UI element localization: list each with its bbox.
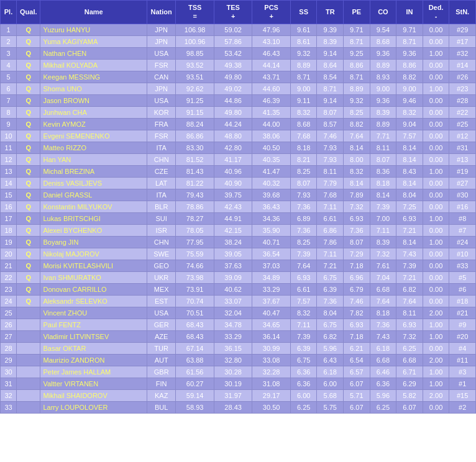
cell-pl: 29 (1, 354, 17, 366)
cell-stn: #24 (449, 236, 476, 248)
skater-name-link[interactable]: Nikolaj MAJOROV (43, 250, 99, 258)
cell-name[interactable]: Lukas BRITSCHGI (40, 212, 147, 224)
cell-name[interactable]: Aleksandr SELEVKO (40, 295, 147, 307)
cell-name[interactable]: Donovan CARRILLO (40, 283, 147, 295)
skater-name-link[interactable]: Basar OKTAR (43, 345, 86, 352)
skater-name-link[interactable]: Keegan MESSING (43, 73, 100, 81)
cell-tr: 7.36 (317, 295, 344, 307)
skater-name-link[interactable]: Matteo RIZZO (43, 144, 86, 152)
cell-name[interactable]: Junhwan CHA (40, 106, 147, 118)
cell-pe: 8.25 (344, 106, 370, 118)
skater-name-link[interactable]: Daniel GRASSL (43, 191, 92, 199)
cell-name[interactable]: Yuma KAGIYAMA (40, 35, 147, 47)
cell-name[interactable]: Konstantin MILYUKOV (40, 201, 147, 212)
skater-name-link[interactable]: Peter James HALLAM (43, 368, 111, 376)
cell-stn: #33 (449, 260, 476, 271)
cell-name[interactable]: Jason BROWN (40, 94, 147, 106)
cell-name[interactable]: Vincent ZHOU (40, 307, 147, 319)
cell-name[interactable]: Paul FENTZ (40, 319, 147, 330)
cell-name[interactable]: Mikhail SHAIDOROV (40, 389, 147, 401)
cell-tss: 70.74 (176, 295, 214, 307)
skater-name-link[interactable]: Maurizio ZANDRON (43, 356, 104, 364)
cell-pcs: 36.54 (252, 248, 291, 260)
cell-name[interactable]: Matteo RIZZO (40, 142, 147, 153)
skater-name-link[interactable]: Evgeni SEMENENKO (43, 132, 109, 140)
cell-pl: 9 (1, 118, 17, 130)
skater-name-link[interactable]: Vincent ZHOU (43, 309, 87, 317)
cell-name[interactable]: Keegan MESSING (40, 71, 147, 83)
cell-name[interactable]: Vladimir LITVINTSEV (40, 330, 147, 342)
cell-name[interactable]: Evgeni SEMENENKO (40, 130, 147, 142)
skater-name-link[interactable]: Larry LOUPOLOVER (43, 404, 108, 411)
cell-name[interactable]: Kevin AYMOZ (40, 118, 147, 130)
skater-name-link[interactable]: Junhwan CHA (43, 109, 86, 116)
cell-name[interactable]: Nikolaj MAJOROV (40, 248, 147, 260)
skater-name-link[interactable]: Ivan SHMURATKO (43, 274, 101, 281)
cell-tr: 6.39 (317, 283, 344, 295)
cell-name[interactable]: Valtter VIRTANEN (40, 378, 147, 389)
skater-name-link[interactable]: Aleksandr SELEVKO (43, 297, 107, 305)
cell-co: 8.36 (370, 165, 396, 177)
skater-name-link[interactable]: Jason BROWN (43, 97, 89, 104)
cell-name[interactable]: Ivan SHMURATKO (40, 271, 147, 283)
skater-name-link[interactable]: Alexei BYCHENKO (43, 227, 102, 234)
cell-name[interactable]: Boyang JIN (40, 236, 147, 248)
skater-name-link[interactable]: Deniss VASILJEVS (43, 179, 102, 187)
cell-in: 8.11 (396, 307, 423, 319)
skater-name-link[interactable]: Nathan CHEN (43, 50, 86, 57)
skater-name-link[interactable]: Mikhail KOLYADA (43, 61, 98, 69)
cell-in: 7.39 (396, 260, 423, 271)
cell-co: 9.36 (370, 47, 396, 59)
skater-name-link[interactable]: Yuma KAGIYAMA (43, 38, 98, 45)
skater-name-link[interactable]: Kevin AYMOZ (43, 120, 85, 128)
skater-name-link[interactable]: Valtter VIRTANEN (43, 380, 98, 387)
cell-name[interactable]: Han YAN (40, 153, 147, 165)
cell-tes: 34.78 (214, 319, 252, 330)
cell-in: 8.14 (396, 142, 423, 153)
cell-name[interactable]: Maurizio ZANDRON (40, 354, 147, 366)
cell-tr: 6.82 (317, 330, 344, 342)
cell-name[interactable]: Peter James HALLAM (40, 366, 147, 378)
cell-co: 7.11 (370, 224, 396, 236)
cell-tr: 7.93 (317, 153, 344, 165)
cell-name[interactable]: Michal BREZINA (40, 165, 147, 177)
cell-pl: 21 (1, 260, 17, 271)
cell-name[interactable]: Larry LOUPOLOVER (40, 401, 147, 413)
cell-co: 8.39 (370, 106, 396, 118)
table-row: 23QDonovan CARRILLOMEX73.9140.6233.296.6… (1, 283, 476, 295)
cell-name[interactable]: Mikhail KOLYADA (40, 59, 147, 71)
skater-name-link[interactable]: Paul FENTZ (43, 321, 81, 328)
skater-name-link[interactable]: Michal BREZINA (43, 168, 94, 175)
skater-name-link[interactable]: Shoma UNO (43, 85, 81, 93)
skater-name-link[interactable]: Konstantin MILYUKOV (43, 203, 112, 211)
skater-name-link[interactable]: Yuzuru HANYU (43, 26, 90, 34)
cell-pcs: 40.50 (252, 142, 291, 153)
cell-name[interactable]: Yuzuru HANYU (40, 24, 147, 35)
cell-pl: 32 (1, 389, 17, 401)
cell-stn: #32 (449, 47, 476, 59)
cell-ss: 6.36 (290, 366, 317, 378)
skater-name-link[interactable]: Vladimir LITVINTSEV (43, 333, 109, 340)
skater-name-link[interactable]: Donovan CARRILLO (43, 286, 106, 293)
cell-name[interactable]: Deniss VASILJEVS (40, 177, 147, 189)
cell-nation: CHN (147, 236, 175, 248)
skater-name-link[interactable]: Han YAN (43, 156, 71, 163)
skater-name-link[interactable]: Morisi KVITELASHVILI (43, 262, 112, 270)
cell-nation: JPN (147, 24, 175, 35)
cell-tss: 74.66 (176, 260, 214, 271)
cell-ded: 1.00 (423, 236, 449, 248)
cell-name[interactable]: Alexei BYCHENKO (40, 224, 147, 236)
cell-name[interactable]: Shoma UNO (40, 83, 147, 94)
skater-name-link[interactable]: Mikhail SHAIDOROV (43, 392, 107, 399)
cell-pcs: 40.71 (252, 236, 291, 248)
cell-co: 8.68 (370, 35, 396, 47)
cell-name[interactable]: Nathan CHEN (40, 47, 147, 59)
cell-name[interactable]: Daniel GRASSL (40, 189, 147, 201)
cell-name[interactable]: Basar OKTAR (40, 342, 147, 354)
skater-name-link[interactable]: Lukas BRITSCHGI (43, 215, 100, 222)
table-body: 1QYuzuru HANYUJPN106.9859.0247.969.619.3… (1, 24, 476, 413)
cell-co: 7.39 (370, 201, 396, 212)
cell-name[interactable]: Morisi KVITELASHVILI (40, 260, 147, 271)
skater-name-link[interactable]: Boyang JIN (43, 238, 78, 246)
table-row: 15QDaniel GRASSLITA79.4339.7539.687.937.… (1, 189, 476, 201)
